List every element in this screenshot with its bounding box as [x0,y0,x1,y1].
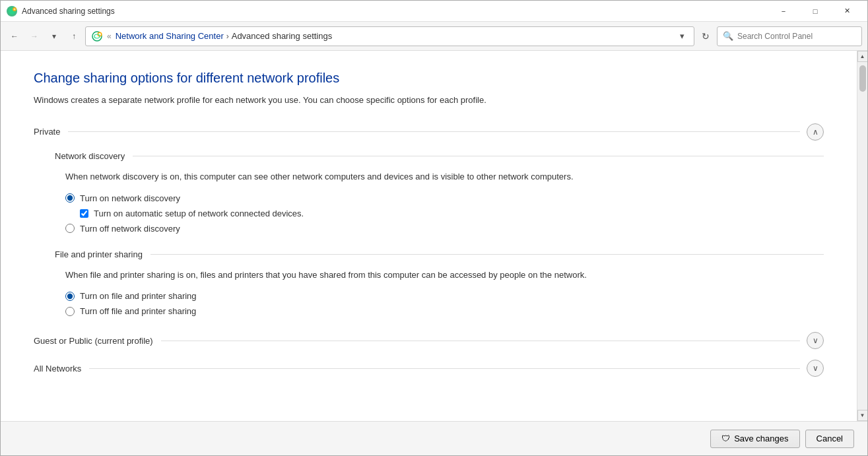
address-network-icon [91,31,103,42]
fs-turn-off-radio[interactable] [65,307,75,316]
forward-button[interactable]: → [26,28,43,45]
shield-icon: 🛡 [721,434,730,443]
all-networks-profile-toggle[interactable]: ∨ [807,360,824,377]
guest-public-profile-header: Guest or Public (current profile) ∨ [34,332,824,349]
save-changes-button[interactable]: 🛡 Save changes [710,430,799,448]
nd-turn-on-radio[interactable] [65,193,75,203]
network-discovery-label: Network discovery [55,151,125,161]
footer: 🛡 Save changes Cancel [1,421,867,455]
main-content: Change sharing options for different net… [1,51,867,421]
search-icon: 🔍 [723,31,733,41]
breadcrumb-chevron: › [226,32,229,41]
nd-turn-on-label: Turn on network discovery [80,193,180,203]
all-networks-profile-header: All Networks ∨ [34,360,824,377]
scrollbar: ▲ ▼ [857,51,867,421]
fs-turn-off-label: Turn off file and printer sharing [80,306,196,316]
scroll-thumb[interactable] [859,65,866,92]
guest-public-profile-section: Guest or Public (current profile) ∨ [34,332,824,349]
page-title: Change sharing options for different net… [34,71,824,86]
maximize-button[interactable]: □ [800,1,830,22]
breadcrumb-area: Network and Sharing Center › Advanced sh… [116,31,671,41]
scroll-down-button[interactable]: ▼ [857,410,868,421]
file-printer-sharing-section: File and printer sharing When file and p… [34,249,824,317]
window-title: Advanced sharing settings [22,7,768,16]
network-discovery-description: When network discovery is on, this compu… [55,170,824,184]
network-discovery-section: Network discovery When network discovery… [34,151,824,234]
fs-turn-on-radio[interactable] [65,292,75,301]
guest-public-profile-toggle[interactable]: ∨ [807,332,824,349]
nd-auto-setup-checkbox[interactable] [80,209,88,218]
close-button[interactable]: ✕ [832,1,862,22]
main-window: Advanced sharing settings − □ ✕ ← → ▾ ↑ … [0,0,868,456]
address-bar: ← → ▾ ↑ « Network and Sharing Center › A… [1,22,867,51]
content-area: Change sharing options for different net… [1,51,857,421]
minimize-button[interactable]: − [768,1,799,22]
private-profile-toggle[interactable]: ∧ [807,123,824,141]
svg-point-3 [14,8,16,10]
all-networks-profile-section: All Networks ∨ [34,360,824,377]
private-divider [68,131,800,132]
nd-turn-off-radio[interactable] [65,224,75,233]
address-dropdown-button[interactable]: ▾ [675,28,688,45]
cancel-button[interactable]: Cancel [805,430,854,448]
fs-turn-off-option[interactable]: Turn off file and printer sharing [65,306,824,316]
fs-turn-on-option[interactable]: Turn on file and printer sharing [65,291,824,301]
nd-auto-setup-option[interactable]: Turn on automatic setup of network conne… [80,209,824,218]
up-button[interactable]: ↑ [65,28,83,45]
file-sharing-header: File and printer sharing [55,249,824,259]
page-description: Windows creates a separate network profi… [34,94,824,108]
scroll-track [857,62,868,410]
search-box: 🔍 [717,26,862,46]
network-discovery-divider [133,156,824,156]
refresh-button[interactable]: ↻ [697,28,714,45]
nd-turn-on-option[interactable]: Turn on network discovery [65,193,824,203]
all-networks-profile-label: All Networks [34,364,81,374]
back-button[interactable]: ← [6,28,23,45]
scroll-up-button[interactable]: ▲ [857,51,868,62]
nd-turn-off-option[interactable]: Turn off network discovery [65,224,824,234]
private-profile-section: Private ∧ Network discovery When network… [34,123,824,317]
file-sharing-description: When file and printer sharing is on, fil… [55,269,824,282]
all-networks-divider [89,368,800,369]
nd-turn-off-label: Turn off network discovery [80,224,180,234]
guest-public-profile-label: Guest or Public (current profile) [34,336,153,346]
private-profile-header: Private ∧ [34,123,824,141]
breadcrumb-network-sharing[interactable]: Network and Sharing Center [116,31,224,41]
search-input[interactable] [737,32,856,41]
window-controls: − □ ✕ [768,1,862,22]
nd-auto-setup-label: Turn on automatic setup of network conne… [94,209,304,218]
file-sharing-options: Turn on file and printer sharing Turn of… [55,291,824,316]
network-discovery-options: Turn on network discovery Turn on automa… [55,193,824,234]
fs-turn-on-label: Turn on file and printer sharing [80,291,197,301]
breadcrumb-current: Advanced sharing settings [232,31,332,41]
file-sharing-label: File and printer sharing [55,249,143,259]
address-box: « Network and Sharing Center › Advanced … [85,26,694,46]
private-profile-label: Private [34,127,60,137]
title-bar: Advanced sharing settings − □ ✕ [1,1,867,22]
file-sharing-divider [150,254,824,255]
breadcrumb-separator-left: « [107,32,112,41]
app-icon [6,5,18,17]
save-changes-label: Save changes [734,434,788,443]
guest-public-divider [161,341,800,341]
dropdown-button[interactable]: ▾ [46,28,63,45]
network-discovery-header: Network discovery [55,151,824,161]
